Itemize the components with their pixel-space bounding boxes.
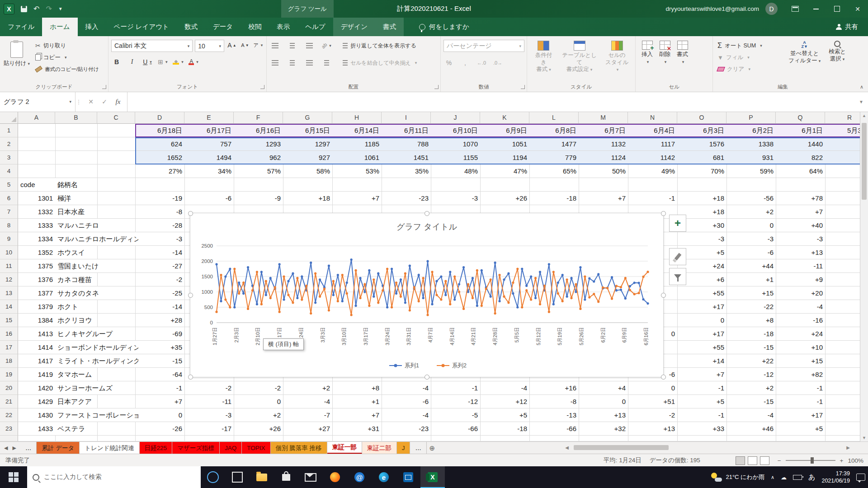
cell-D9[interactable]: -3 — [135, 232, 184, 245]
row-header-9[interactable]: 9 — [0, 232, 18, 246]
cell-M23[interactable]: +32 — [579, 422, 628, 435]
orientation-button[interactable]: ab▾ — [321, 40, 332, 51]
cell-M22[interactable]: +13 — [579, 408, 628, 422]
cell-G23[interactable]: +27 — [283, 422, 332, 435]
horizontal-scroll-thumb[interactable] — [574, 445, 669, 450]
sheet-tab-東証一部[interactable]: 東証一部 — [327, 442, 362, 454]
decrease-decimal-button[interactable]: .0→ — [492, 57, 503, 68]
cell-M21[interactable]: 0 — [579, 395, 628, 408]
row-header-3[interactable]: 3 — [0, 151, 18, 164]
cell-F22[interactable]: +2 — [234, 408, 283, 422]
cell-A7[interactable]: 1332 — [18, 205, 55, 218]
number-format-combobox[interactable]: パーセンテージ▾ — [443, 40, 524, 52]
align-bottom-button[interactable] — [304, 40, 315, 51]
cell-O4[interactable]: 70% — [677, 164, 726, 178]
increase-decimal-button[interactable]: ←.0 — [476, 57, 487, 68]
cell-I22[interactable]: -4 — [382, 408, 431, 422]
cell-J20[interactable]: -1 — [431, 381, 480, 394]
comma-style-button[interactable]: , — [460, 57, 471, 68]
cell-H1[interactable]: 6月14日 — [332, 124, 382, 137]
account-avatar[interactable]: D — [765, 3, 778, 15]
ribbon-tab-ページ レイアウト[interactable]: ページ レイアウト — [106, 18, 177, 36]
wrap-text-button[interactable]: 折り返して全体を表示する — [341, 40, 418, 52]
column-header-G[interactable]: G — [283, 112, 332, 124]
chart-selection-handle[interactable] — [661, 375, 666, 380]
qat-customize-button[interactable]: ▼ — [58, 7, 63, 11]
conditional-formatting-button[interactable]: 条件付き書式▾ — [530, 40, 557, 83]
cell-P17[interactable]: -15 — [726, 341, 776, 354]
cell-D10[interactable]: -14 — [135, 246, 184, 259]
cell-F21[interactable]: 0 — [234, 395, 283, 408]
column-header-F[interactable]: F — [234, 112, 283, 124]
borders-button[interactable]: ⊞▾ — [157, 56, 168, 67]
clock[interactable]: 17:39 2021/06/19 — [821, 470, 850, 485]
taskbar-button-mail-at[interactable]: @ — [347, 466, 372, 488]
cell-P21[interactable]: -15 — [726, 395, 776, 408]
cell-L3[interactable]: 779 — [529, 151, 579, 164]
cell-P8[interactable]: 0 — [726, 219, 776, 232]
row-header-24[interactable] — [0, 436, 18, 441]
fill-color-button[interactable]: ◆▾ — [173, 56, 184, 67]
cell-L21[interactable]: -8 — [529, 395, 579, 408]
cell-O23[interactable]: +33 — [677, 422, 726, 435]
zoom-level[interactable]: 100% — [848, 457, 863, 464]
font-dialog-launcher[interactable] — [260, 85, 264, 89]
cell-B11[interactable]: 雪国まいたけ — [55, 259, 97, 272]
row-header-10[interactable]: 10 — [0, 246, 18, 259]
formula-input[interactable] — [127, 92, 854, 112]
format-cells-button[interactable]: 書式▾ — [674, 40, 691, 83]
cell-P14[interactable]: -22 — [726, 300, 776, 313]
cell-O1[interactable]: 6月3日 — [677, 124, 726, 137]
alignment-dialog-launcher[interactable] — [434, 85, 439, 89]
cell-D19[interactable]: -64 — [135, 368, 184, 381]
insert-function-button[interactable]: fx — [112, 95, 124, 108]
cancel-entry-button[interactable]: ✕ — [85, 95, 97, 108]
onedrive-icon[interactable]: ☁ — [781, 474, 787, 481]
cell-A13[interactable]: 1377 — [18, 286, 55, 300]
cell-J4[interactable]: 48% — [431, 164, 480, 178]
cell-N1[interactable]: 6月4日 — [628, 124, 677, 137]
cell-D1[interactable]: 6月18日 — [135, 124, 184, 137]
name-box-dropdown-icon[interactable]: ▾ — [69, 99, 71, 104]
cell-A23[interactable]: 1433 — [18, 422, 55, 435]
row-header-12[interactable]: 12 — [0, 273, 18, 286]
cell-Q17[interactable]: +10 — [776, 341, 825, 354]
cell-P11[interactable]: +44 — [726, 259, 776, 272]
cell-K20[interactable]: -4 — [480, 381, 529, 394]
cell-F2[interactable]: 1293 — [234, 137, 283, 150]
row-header-14[interactable]: 14 — [0, 300, 18, 314]
shrink-font-button[interactable]: A▼ — [240, 40, 250, 51]
zoom-in-button[interactable]: + — [840, 457, 844, 464]
cell-O6[interactable]: +18 — [677, 192, 726, 205]
cell-G4[interactable]: 58% — [283, 164, 332, 178]
sheet-nav-right-arrow[interactable]: ▶ — [12, 445, 16, 451]
close-button[interactable]: ✕ — [847, 0, 868, 18]
cell-P20[interactable]: +2 — [726, 381, 776, 394]
chart-selection-handle[interactable] — [425, 211, 429, 216]
cell-F3[interactable]: 962 — [234, 151, 283, 164]
cell-D7[interactable]: -8 — [135, 205, 184, 218]
cell-H20[interactable]: +8 — [332, 381, 382, 394]
scroll-up-arrow[interactable]: ▲ — [860, 112, 868, 119]
battery-icon[interactable] — [793, 475, 802, 480]
cell-P23[interactable]: +46 — [726, 422, 776, 435]
cell-D8[interactable]: -28 — [135, 219, 184, 232]
cell-I4[interactable]: 35% — [382, 164, 431, 178]
cell-Q23[interactable]: +5 — [776, 422, 825, 435]
formula-bar-splitter[interactable]: ⋮ — [75, 92, 82, 112]
cell-B20[interactable]: サンヨーホームズ — [55, 381, 97, 394]
ribbon-tab-校閲[interactable]: 校閲 — [241, 18, 269, 36]
cell-Q9[interactable]: -3 — [776, 232, 825, 245]
cell-B21[interactable]: 日本アクア — [55, 395, 97, 408]
cell-B18[interactable]: ミライト・ホールディングス — [55, 354, 97, 367]
cell-A22[interactable]: 1430 — [18, 408, 55, 422]
align-middle-button[interactable] — [287, 40, 297, 51]
cell-E21[interactable]: -11 — [184, 395, 234, 408]
cell-F20[interactable]: -2 — [234, 381, 283, 394]
underline-button[interactable]: U▾ — [142, 56, 153, 67]
chart-selection-handle[interactable] — [661, 211, 666, 216]
cell-Q2[interactable]: 1440 — [776, 137, 825, 150]
cell-O15[interactable]: 0 — [677, 314, 726, 327]
cell-G2[interactable]: 1297 — [283, 137, 332, 150]
cell-D14[interactable]: -14 — [135, 300, 184, 313]
